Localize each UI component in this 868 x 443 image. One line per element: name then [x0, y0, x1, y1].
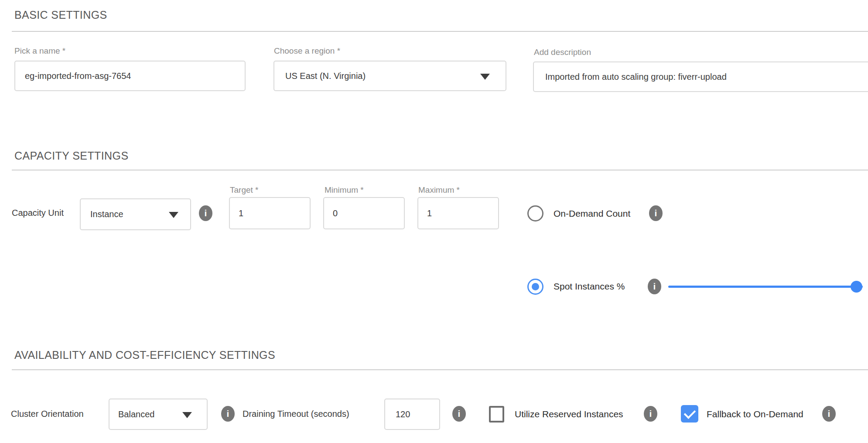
dropdown-arrow-icon: [182, 412, 192, 418]
info-icon[interactable]: i: [648, 279, 661, 294]
name-input[interactable]: [14, 61, 246, 91]
dropdown-arrow-icon: [169, 212, 178, 218]
section-divider: [12, 369, 868, 370]
info-icon[interactable]: i: [452, 406, 466, 422]
info-icon[interactable]: i: [199, 205, 212, 221]
cluster-orientation-select[interactable]: Balanced: [109, 399, 208, 430]
info-icon[interactable]: i: [822, 406, 836, 422]
utilize-reserved-instances-checkbox[interactable]: [489, 406, 504, 423]
name-field-label: Pick a name *: [14, 46, 65, 56]
maximum-input[interactable]: [417, 197, 499, 229]
spot-percentage-slider[interactable]: [668, 286, 863, 288]
capacity-unit-label: Capacity Unit: [12, 208, 64, 218]
description-field-label: Add description: [534, 48, 591, 57]
fallback-to-on-demand-label: Fallback to On-Demand: [707, 409, 803, 419]
settings-form: BASIC SETTINGS Pick a name * Choose a re…: [0, 0, 868, 443]
info-icon[interactable]: i: [221, 406, 235, 422]
info-icon[interactable]: i: [644, 406, 657, 422]
region-field-label: Choose a region *: [274, 46, 340, 56]
minimum-input[interactable]: [323, 197, 405, 229]
info-icon[interactable]: i: [649, 205, 663, 221]
capacity-unit-select-value: Instance: [90, 209, 123, 219]
on-demand-count-radio[interactable]: [527, 205, 543, 222]
minimum-field-label: Minimum *: [325, 185, 364, 195]
section-divider: [12, 170, 868, 170]
fallback-to-on-demand-checkbox[interactable]: [681, 405, 698, 423]
section-title-capacity: CAPACITY SETTINGS: [14, 150, 128, 162]
dropdown-arrow-icon: [480, 74, 490, 80]
capacity-unit-select[interactable]: Instance: [80, 198, 191, 230]
maximum-field-label: Maximum *: [418, 185, 460, 195]
spot-instances-radio[interactable]: [527, 279, 543, 295]
region-select-value: US East (N. Virginia): [285, 71, 366, 81]
cluster-orientation-label: Cluster Orientation: [11, 409, 84, 419]
cluster-orientation-select-value: Balanced: [118, 409, 154, 419]
section-title-availability: AVAILABILITY AND COST-EFFICIENCY SETTING…: [14, 349, 275, 361]
spot-percentage-slider-thumb[interactable]: [851, 281, 862, 293]
description-input[interactable]: [533, 61, 868, 92]
section-divider: [12, 31, 868, 32]
draining-timeout-label: Draining Timeout (seconds): [243, 409, 349, 419]
draining-timeout-input[interactable]: [384, 399, 440, 430]
on-demand-count-label: On-Demand Count: [554, 208, 630, 219]
region-select[interactable]: US East (N. Virginia): [273, 61, 506, 91]
utilize-reserved-instances-label: Utilize Reserved Instances: [515, 409, 623, 419]
spot-instances-label: Spot Instances %: [554, 281, 625, 292]
section-title-basic: BASIC SETTINGS: [14, 9, 107, 21]
target-input[interactable]: [229, 197, 311, 229]
target-field-label: Target *: [230, 185, 258, 195]
